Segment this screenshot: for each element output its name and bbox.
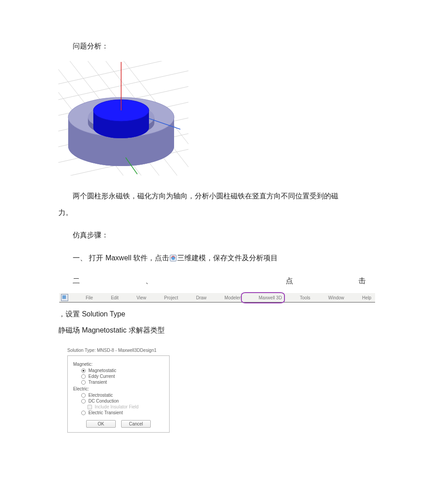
- step-one-suffix: 三维建模，保存文件及分析项目: [177, 254, 278, 262]
- maxwell-app-icon: [170, 254, 177, 262]
- solution-type-dialog: Solution Type: MNSD-8 - Maxwell3DDesign1…: [67, 348, 170, 433]
- group-electric-label: Electric:: [73, 386, 166, 391]
- option-eddy-current[interactable]: Eddy Current: [71, 373, 166, 379]
- menu-item-draw[interactable]: Draw: [180, 293, 208, 303]
- ok-button[interactable]: OK: [86, 420, 116, 428]
- menubar: File Edit View Project Draw Modeler Maxw…: [59, 293, 375, 302]
- step-two-prefix: 二、 点击: [73, 277, 366, 285]
- dialog-button-row: OK Cancel: [71, 420, 166, 428]
- menu-item-file[interactable]: File: [70, 293, 95, 303]
- menu-item-maxwell3d[interactable]: Maxwell 3D: [242, 293, 284, 303]
- step-two-line2: 静磁场 Magnetostatic 求解器类型: [58, 322, 366, 339]
- option-include-insulator-field: Include Insulator Field: [71, 404, 166, 410]
- radio-icon: [81, 411, 86, 415]
- option-magnetostatic[interactable]: Magnetostatic: [71, 368, 166, 373]
- step-two-suffix-a: ，设置 Solution Type: [58, 310, 125, 318]
- option-label: Electrostatic: [88, 393, 113, 398]
- step-one: 一、 打开 Maxwell 软件，点击三维建模，保存文件及分析项目: [58, 250, 366, 267]
- option-label: Eddy Current: [88, 374, 115, 379]
- dialog-body: Magnetic: Magnetostatic Eddy Current Tra…: [67, 355, 170, 433]
- radio-icon: [81, 368, 86, 373]
- paragraph-description-line2: 力。: [58, 205, 366, 221]
- document-page: 问题分析：: [0, 0, 424, 460]
- menu-item-window[interactable]: Window: [312, 293, 346, 303]
- option-transient[interactable]: Transient: [71, 379, 166, 385]
- menu-item-help[interactable]: Help: [346, 293, 373, 303]
- dialog-title: Solution Type: MNSD-8 - Maxwell3DDesign1: [67, 348, 170, 353]
- menu-item-modeler[interactable]: Modeler: [208, 293, 242, 303]
- menu-item-tools[interactable]: Tools: [284, 293, 312, 303]
- group-magnetic-label: Magnetic:: [73, 362, 166, 367]
- option-label: Transient: [88, 380, 107, 385]
- option-label: Electric Transient: [88, 410, 123, 415]
- radio-icon: [81, 380, 86, 385]
- heading-problem: 问题分析：: [58, 38, 366, 55]
- figure-3d-model: [58, 61, 366, 175]
- step-one-prefix: 一、 打开 Maxwell 软件，点击: [73, 254, 169, 262]
- menu-item-project[interactable]: Project: [148, 293, 180, 303]
- checkbox-icon: [87, 405, 92, 409]
- option-label: Magnetostatic: [88, 368, 116, 373]
- window-icon: [61, 294, 68, 301]
- option-label: Include Insulator Field: [95, 404, 139, 409]
- radio-icon: [81, 399, 86, 403]
- paragraph-description-line1: 两个圆柱形永磁铁，磁化方向为轴向，分析小圆柱磁铁在竖直方向不同位置受到的磁: [58, 188, 366, 205]
- option-dc-conduction[interactable]: DC Conduction: [71, 398, 166, 404]
- option-label: DC Conduction: [88, 399, 119, 403]
- cancel-button[interactable]: Cancel: [121, 420, 151, 428]
- menu-item-view[interactable]: View: [120, 293, 148, 303]
- radio-icon: [81, 374, 86, 379]
- option-electric-transient[interactable]: Electric Transient: [71, 410, 166, 416]
- radio-icon: [81, 393, 86, 398]
- option-electrostatic[interactable]: Electrostatic: [71, 392, 166, 398]
- heading-steps: 仿真步骤：: [58, 227, 366, 244]
- step-two-line1: 二、 点击 File Edit View Project Draw Modele…: [58, 273, 366, 322]
- menu-item-edit[interactable]: Edit: [95, 293, 120, 303]
